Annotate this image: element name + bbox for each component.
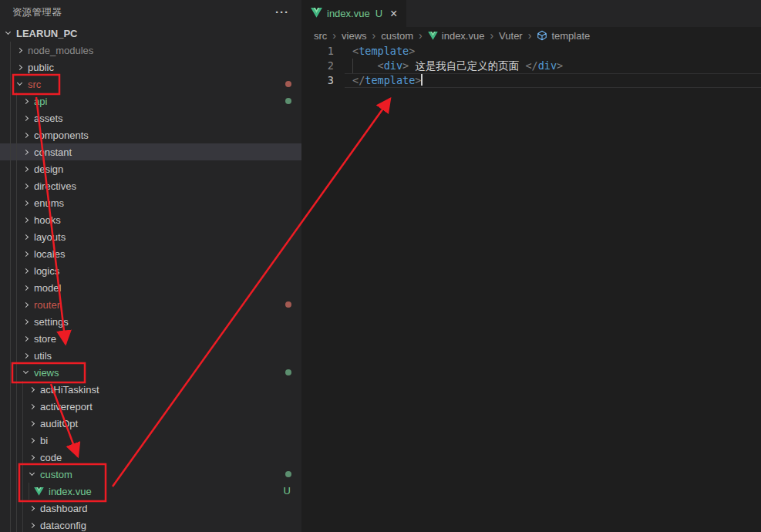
tree-item-layouts[interactable]: layouts (0, 228, 301, 245)
breadcrumb-separator-icon: › (528, 31, 532, 40)
chevron-right-icon[interactable] (23, 268, 29, 273)
tree-item-views[interactable]: views (0, 364, 301, 381)
tree-item-label: code (40, 452, 62, 463)
chevron-right-icon[interactable] (23, 200, 29, 205)
breadcrumb-separator-icon: › (372, 31, 376, 40)
chevron-right-icon[interactable] (23, 318, 29, 324)
tree-item-label: activereport (40, 401, 93, 412)
chevron-down-icon[interactable] (17, 80, 22, 86)
tree-item-label: index.vue (49, 486, 92, 497)
git-modified-dot (285, 81, 291, 87)
tab-label: index.vue (327, 8, 370, 19)
chevron-right-icon[interactable] (29, 386, 35, 392)
tree-item-node-modules[interactable]: node_modules (0, 42, 301, 59)
chevron-right-icon[interactable] (29, 505, 35, 510)
tree-item-logics[interactable]: logics (0, 262, 301, 279)
tree-item-index-vue[interactable]: index.vueU (0, 483, 301, 500)
chevron-right-icon[interactable] (23, 285, 29, 290)
line-number: 3 (301, 73, 345, 88)
chevron-right-icon[interactable] (29, 420, 35, 426)
indent-guide (16, 93, 17, 532)
chevron-right-icon[interactable] (23, 149, 29, 154)
tree-item-acthitaskinst[interactable]: actHiTaskinst (0, 381, 301, 398)
code-line-content: </template> (345, 73, 761, 88)
tree-item-code[interactable]: code (0, 449, 301, 466)
chevron-right-icon[interactable] (23, 217, 29, 222)
tree-item-label: auditOpt (40, 418, 78, 429)
vue-file-icon (34, 487, 44, 496)
tree-item-model[interactable]: model (0, 279, 301, 296)
breadcrumb-item-template[interactable]: template (537, 30, 590, 42)
tree-item-label: api (34, 96, 47, 107)
breadcrumb-item-index-vue[interactable]: index.vue (428, 30, 485, 42)
code-line-3[interactable]: 3</template> (301, 73, 761, 88)
chevron-right-icon[interactable] (23, 352, 29, 358)
chevron-right-icon[interactable] (23, 301, 29, 307)
tree-item-label: enums (34, 197, 64, 209)
chevron-right-icon[interactable] (23, 183, 29, 188)
explorer-header: 资源管理器 ··· (0, 0, 301, 25)
tree-item-enums[interactable]: enums (0, 194, 301, 211)
git-untracked-dot (285, 369, 291, 375)
chevron-right-icon[interactable] (23, 335, 29, 341)
chevron-right-icon[interactable] (23, 234, 29, 239)
tree-item-bi[interactable]: bi (0, 432, 301, 449)
git-untracked-dot (285, 98, 291, 104)
tree-item-components[interactable]: components (0, 126, 301, 143)
tree-item-api[interactable]: api (0, 93, 301, 109)
tree-item-custom[interactable]: custom (0, 466, 301, 483)
chevron-right-icon[interactable] (23, 251, 29, 256)
chevron-right-icon[interactable] (23, 166, 29, 171)
tree-item-locales[interactable]: locales (0, 245, 301, 262)
tree-item-utils[interactable]: utils (0, 347, 301, 364)
close-icon[interactable]: × (390, 8, 397, 19)
breadcrumb-label: custom (381, 30, 413, 42)
tree-item-hooks[interactable]: hooks (0, 211, 301, 228)
breadcrumb-item-src[interactable]: src (314, 30, 327, 42)
chevron-down-icon[interactable] (29, 470, 35, 476)
code-line-content: <div> 这是我自己定义的页面 </div> (345, 59, 761, 73)
tab-index-vue[interactable]: index.vue U × (301, 0, 406, 27)
chevron-right-icon[interactable] (23, 115, 29, 120)
breadcrumb: src›views›custom›index.vue›Vuter›templat… (301, 27, 761, 44)
tree-item-label: custom (40, 469, 72, 480)
tree-item-design[interactable]: design (0, 160, 301, 177)
chevron-down-icon[interactable] (5, 29, 11, 35)
tree-item-dataconfig[interactable]: dataconfig (0, 517, 301, 532)
tree-item-label: router (34, 299, 60, 311)
chevron-right-icon[interactable] (29, 437, 35, 443)
code-editor[interactable]: 1<template>2 <div> 这是我自己定义的页面 </div>3</t… (301, 44, 761, 88)
tree-item-router[interactable]: router (0, 296, 301, 313)
tree-item-label: logics (34, 265, 59, 277)
tree-item-auditopt[interactable]: auditOpt (0, 415, 301, 432)
breadcrumb-item-vuter[interactable]: Vuter (499, 30, 523, 42)
chevron-down-icon[interactable] (23, 369, 29, 374)
more-actions-icon[interactable]: ··· (275, 8, 289, 16)
tree-item-label: views (34, 367, 59, 379)
breadcrumb-item-custom[interactable]: custom (381, 30, 413, 42)
code-line-2[interactable]: 2 <div> 这是我自己定义的页面 </div> (301, 59, 761, 73)
code-line-1[interactable]: 1<template> (301, 44, 761, 59)
breadcrumb-item-views[interactable]: views (342, 30, 367, 42)
chevron-right-icon[interactable] (29, 522, 35, 527)
tree-item-dashboard[interactable]: dashboard (0, 500, 301, 517)
breadcrumb-label: views (342, 30, 367, 42)
chevron-right-icon[interactable] (23, 98, 29, 103)
tree-item-directives[interactable]: directives (0, 177, 301, 194)
tree-item-settings[interactable]: settings (0, 313, 301, 330)
tree-item-label: store (34, 333, 56, 345)
tree-item-constant[interactable]: constant (0, 143, 301, 160)
tree-item-src[interactable]: src (0, 76, 301, 93)
indent-guide (29, 483, 29, 500)
tree-item-public[interactable]: public (0, 59, 301, 76)
chevron-right-icon[interactable] (17, 64, 22, 69)
tree-item-assets[interactable]: assets (0, 109, 301, 126)
tree-item-learun-pc[interactable]: LEARUN_PC (0, 25, 301, 42)
breadcrumb-label: src (314, 30, 327, 42)
tree-item-store[interactable]: store (0, 330, 301, 347)
chevron-right-icon[interactable] (29, 454, 35, 460)
chevron-right-icon[interactable] (29, 403, 35, 409)
chevron-right-icon[interactable] (23, 132, 29, 137)
tree-item-activereport[interactable]: activereport (0, 398, 301, 415)
chevron-right-icon[interactable] (17, 47, 22, 52)
